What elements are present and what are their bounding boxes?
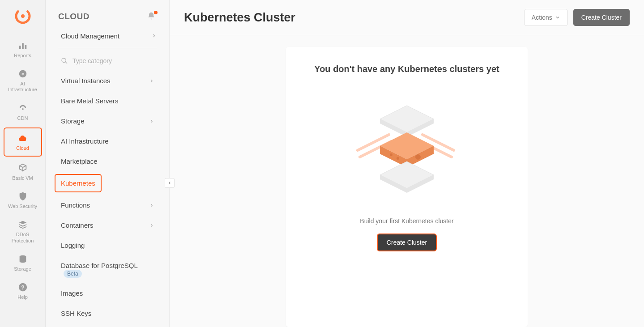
sidebar-item-bare-metal[interactable]: Bare Metal Servers: [55, 91, 160, 111]
sidebar-list: Virtual Instances Bare Metal Servers Sto…: [46, 71, 169, 327]
sidebar-item-containers[interactable]: Containers: [55, 215, 160, 235]
left-rail: Reports # AI Infrastructure CDN Cloud Ba…: [0, 0, 46, 327]
rail-item-label: Cloud: [16, 145, 29, 151]
cloud-icon: [17, 133, 28, 144]
main-header: Kubernetes Cluster Actions Create Cluste…: [170, 0, 644, 35]
sidebar-item-label: Virtual Instances: [61, 77, 111, 85]
svg-point-14: [390, 153, 392, 156]
rail-item-ddos[interactable]: DDoS Protection: [4, 216, 42, 247]
sidebar-item-label: Logging: [61, 242, 85, 249]
sidebar-item-label: Database for PostgreSQL: [61, 262, 137, 269]
rail-item-label: Storage: [14, 266, 31, 272]
sidebar-item-label: Containers: [61, 221, 94, 229]
chevron-right-icon: [149, 117, 154, 125]
svg-point-1: [21, 14, 25, 18]
sidebar-item-ssh-keys[interactable]: SSH Keys: [55, 303, 160, 323]
rail-item-cloud[interactable]: Cloud: [4, 127, 42, 157]
sidebar-item-functions[interactable]: Functions: [55, 195, 160, 215]
create-cluster-button[interactable]: Create Cluster: [573, 9, 630, 26]
shield-icon: [17, 191, 28, 202]
svg-text:?: ?: [21, 284, 24, 290]
notification-dot-icon: [154, 11, 158, 14]
chevron-right-icon: [149, 201, 154, 209]
page-title: Kubernetes Cluster: [184, 11, 295, 25]
chevron-right-icon: [149, 77, 154, 85]
search-box[interactable]: [46, 54, 169, 71]
chip-icon: #: [17, 68, 28, 79]
sidebar-item-kubernetes[interactable]: Kubernetes: [55, 174, 102, 192]
main-body: You don't have any Kubernetes clusters y…: [170, 35, 644, 327]
divider: [58, 48, 157, 48]
svg-point-13: [397, 157, 399, 160]
sidebar-item-ai-infra[interactable]: AI Infrastructure: [55, 131, 160, 151]
sidebar-item-label: Images: [61, 289, 83, 297]
svg-rect-4: [25, 45, 26, 49]
secondary-sidebar: CLOUD Cloud Management Virtual Instances…: [46, 0, 170, 327]
sidebar-item-label: Kubernetes: [61, 179, 95, 187]
rail-item-label: AI Infrastructure: [5, 81, 40, 93]
sidebar-item-marketplace[interactable]: Marketplace: [55, 151, 160, 171]
chevron-left-icon: [167, 181, 172, 185]
main-content: Kubernetes Cluster Actions Create Cluste…: [170, 0, 644, 327]
sidebar-top-link[interactable]: Cloud Management: [46, 27, 169, 48]
rail-item-storage[interactable]: Storage: [4, 250, 42, 276]
help-icon: ?: [17, 282, 28, 293]
database-icon: [17, 254, 28, 264]
notifications-button[interactable]: [147, 12, 157, 21]
svg-rect-2: [19, 46, 21, 49]
sidebar-item-logging[interactable]: Logging: [55, 235, 160, 255]
svg-point-11: [62, 58, 66, 62]
search-icon: [61, 57, 68, 64]
sidebar-item-label: AI Infrastructure: [61, 137, 109, 145]
button-label: Create Cluster: [387, 239, 427, 246]
sidebar-item-virtual-instances[interactable]: Virtual Instances: [55, 71, 160, 91]
empty-state-card: You don't have any Kubernetes clusters y…: [286, 47, 528, 327]
chevron-right-icon: [151, 32, 157, 40]
header-actions: Actions Create Cluster: [524, 9, 630, 26]
svg-point-7: [22, 108, 24, 110]
rail-item-help[interactable]: ? Help: [4, 278, 42, 304]
rail-item-basic-vm[interactable]: Basic VM: [4, 159, 42, 185]
rail-item-web-security[interactable]: Web Security: [4, 187, 42, 213]
sidebar-item-postgres[interactable]: Database for PostgreSQL Beta: [55, 255, 160, 283]
chevron-right-icon: [149, 221, 154, 229]
rail-item-label: CDN: [17, 115, 28, 121]
button-label: Actions: [532, 14, 552, 21]
rail-item-reports[interactable]: Reports: [4, 37, 42, 62]
sidebar-item-label: Storage: [61, 117, 85, 125]
sidebar-collapse-button[interactable]: [165, 178, 175, 188]
empty-state-title: You don't have any Kubernetes clusters y…: [304, 64, 510, 74]
rail-item-label: Reports: [14, 53, 31, 59]
speedometer-icon: [17, 103, 28, 114]
create-cluster-cta-button[interactable]: Create Cluster: [377, 234, 437, 251]
bar-chart-icon: [17, 40, 28, 51]
brand-logo[interactable]: [15, 8, 31, 24]
svg-point-12: [415, 154, 421, 160]
actions-dropdown-button[interactable]: Actions: [524, 9, 568, 26]
category-search-input[interactable]: [73, 57, 157, 64]
beta-badge: Beta: [64, 270, 82, 278]
sidebar-item-storage[interactable]: Storage: [55, 111, 160, 131]
rail-item-label: DDoS Protection: [5, 232, 40, 243]
layers-icon: [17, 219, 28, 230]
sidebar-title: CLOUD: [58, 12, 90, 21]
sidebar-item-label: SSH Keys: [61, 310, 91, 317]
cube-icon: [17, 163, 28, 174]
rail-item-label: Web Security: [8, 204, 37, 209]
button-label: Create Cluster: [581, 14, 622, 21]
empty-state-subtitle: Build your first Kubernetes cluster: [304, 217, 510, 225]
rail-item-label: Help: [17, 294, 28, 300]
sidebar-item-label: Functions: [61, 201, 90, 209]
cluster-illustration-icon: [349, 92, 465, 200]
rail-item-label: Basic VM: [12, 175, 33, 181]
rail-item-ai-infra[interactable]: # AI Infrastructure: [4, 65, 42, 96]
svg-rect-3: [22, 43, 24, 49]
sidebar-item-images[interactable]: Images: [55, 283, 160, 303]
chevron-down-icon: [555, 15, 560, 20]
sidebar-top-link-label: Cloud Management: [61, 32, 119, 40]
sidebar-item-label: Bare Metal Servers: [61, 97, 118, 105]
sidebar-item-label: Marketplace: [61, 157, 98, 165]
rail-item-cdn[interactable]: CDN: [4, 99, 42, 125]
